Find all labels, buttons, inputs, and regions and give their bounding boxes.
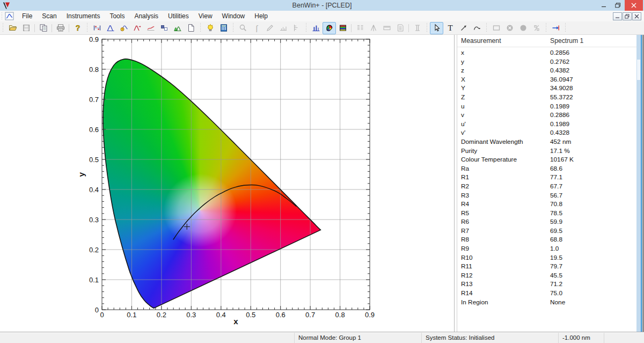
toolbar-cie-diagram-button[interactable]	[323, 22, 336, 34]
ruler-icon	[383, 24, 391, 32]
svg-text:0.9: 0.9	[365, 311, 375, 319]
toolbar-calculator-button[interactable]	[217, 22, 230, 34]
measurement-row-r12: R1245.5	[457, 271, 636, 280]
menu-item-analysis[interactable]: Analysis	[129, 11, 163, 21]
measurement-value: 75.0	[550, 289, 636, 298]
svg-text:∫: ∫	[254, 24, 258, 32]
svg-text:0.7: 0.7	[89, 96, 99, 104]
toolbar-line-tool-button[interactable]	[457, 22, 470, 34]
toolbar-separator	[408, 24, 409, 32]
toolbar-goto-wavelength-button[interactable]	[549, 22, 562, 34]
toolbar-curve-tool-button[interactable]	[470, 22, 484, 34]
measurement-row-r14: R1475.0	[457, 289, 636, 298]
svg-text:0.6: 0.6	[89, 126, 99, 134]
benwin-window: { "window": { "title": "BenWin+ - [PCLED…	[0, 0, 644, 343]
measurement-row-r2: R267.7	[457, 182, 636, 191]
status-wavelength: -1.000 nm	[558, 333, 604, 343]
cie-chart-panel: 00.10.20.30.40.50.60.70.80.900.10.20.30.…	[0, 35, 455, 332]
column-header-measurement: Measurement	[457, 37, 550, 45]
toolbar-grip	[233, 23, 233, 33]
menu-item-view[interactable]: View	[194, 11, 217, 21]
measurement-label: Purity	[457, 147, 550, 156]
measurement-label: v'	[457, 128, 550, 137]
menu-item-file[interactable]: File	[17, 11, 37, 21]
measurement-label: Dominant Wavelength	[457, 137, 550, 147]
menu-item-window[interactable]: Window	[217, 11, 250, 21]
measurement-value: 56.7	[550, 191, 636, 200]
statusbar: Normal Mode: Group 1 System Status: Init…	[0, 333, 644, 343]
toolbar-color-bars-button[interactable]	[336, 22, 349, 34]
toolbar-copy-button[interactable]	[36, 22, 50, 34]
toolbar-zoom-button	[236, 22, 250, 34]
measurement-label: R8	[457, 235, 550, 244]
measurement-row-r5: R578.5	[457, 209, 636, 218]
menu-item-help[interactable]: Help	[250, 11, 273, 21]
status-mode: Normal Mode: Group 1	[294, 333, 421, 343]
scrollbar-thumb[interactable]	[637, 60, 640, 80]
toolbar-scale-x-button	[276, 22, 290, 34]
measurement-label: X	[457, 75, 550, 84]
open-icon	[9, 24, 17, 32]
toolbar-single-scan-button[interactable]	[104, 22, 117, 34]
toolbar-timed-scan-button[interactable]	[117, 22, 130, 34]
restore-button[interactable]	[611, 0, 625, 11]
toolbar-integrate-button: ∫	[250, 22, 263, 34]
svg-text:0: 0	[95, 306, 99, 314]
measurement-row-u: u0.1989	[457, 102, 636, 111]
vertical-scrollbar[interactable]	[636, 35, 644, 332]
measurement-value: 1.0	[550, 244, 636, 253]
histogram-icon	[312, 24, 320, 32]
measurement-label: Ra	[457, 164, 550, 173]
status-section-end	[604, 333, 644, 343]
minimize-button[interactable]	[597, 0, 611, 11]
mdi-close-button[interactable]	[632, 12, 641, 20]
toolbar-pointer-button[interactable]	[430, 22, 443, 34]
menu-item-scan[interactable]: Scan	[37, 11, 61, 21]
x-axis-title: x	[233, 317, 238, 326]
measurement-panel: Measurement Spectrum 1 x0.2856y0.2762z0.…	[457, 35, 636, 332]
measurement-value: 45.5	[550, 271, 636, 280]
toolbar-text-tool-button[interactable]: T	[443, 22, 457, 34]
menu-item-tools[interactable]: Tools	[105, 11, 129, 21]
measurement-label: v	[457, 111, 550, 120]
toolbar-scan-setup-button[interactable]	[90, 22, 104, 34]
peak-pick-icon	[369, 24, 378, 32]
document-icon[interactable]	[5, 12, 14, 20]
toolbar-multi-spectrum-button[interactable]	[171, 22, 184, 34]
measurement-value: 67.7	[550, 182, 636, 191]
toolbar-percent-tool-button	[530, 22, 543, 34]
close-button[interactable]	[625, 0, 643, 11]
toolbar-print-button[interactable]	[54, 22, 67, 34]
svg-text:T: T	[448, 24, 452, 32]
toolbar-separator	[34, 24, 35, 32]
toolbar-save-button	[19, 22, 33, 34]
measurement-value: 0.2762	[550, 57, 636, 67]
menu-item-utilities[interactable]: Utilities	[163, 11, 194, 21]
mdi-window-controls	[613, 12, 641, 20]
toolbar-rectangle-tool-button	[489, 22, 503, 34]
toolbar-open-button[interactable]	[6, 22, 19, 34]
toolbar-data-list-button	[353, 22, 367, 34]
zoom-icon	[239, 24, 247, 32]
measurement-row-r9: R91.0	[457, 244, 636, 253]
toolbar-compare-button[interactable]	[157, 22, 171, 34]
measurement-row-x: x0.2856	[457, 48, 636, 57]
menu-item-instruments[interactable]: Instruments	[62, 11, 105, 21]
toolbar-lamp-button[interactable]	[203, 22, 217, 34]
measurement-label: R1	[457, 173, 550, 182]
mdi-restore-button[interactable]	[623, 12, 632, 20]
measurement-row-in-region: In RegionNone	[457, 298, 636, 307]
svg-text:0.4: 0.4	[216, 311, 226, 319]
mdi-minimize-button[interactable]	[613, 12, 622, 20]
curve-tool-icon	[473, 24, 481, 32]
toolbar-peak-analysis-button[interactable]	[130, 22, 144, 34]
measurement-label: R3	[457, 191, 550, 200]
toolbar-histogram-button[interactable]	[309, 22, 323, 34]
toolbar-help-button[interactable]: ?	[71, 22, 84, 34]
measurement-value: 79.7	[550, 262, 636, 271]
toolbar-new-document-button[interactable]	[184, 22, 197, 34]
toolbar-trend-chart-button[interactable]	[144, 22, 157, 34]
measurement-value: 0.4328	[550, 128, 636, 137]
ellipse-tool-icon	[519, 24, 528, 32]
measurement-value: 0.1989	[550, 102, 636, 111]
